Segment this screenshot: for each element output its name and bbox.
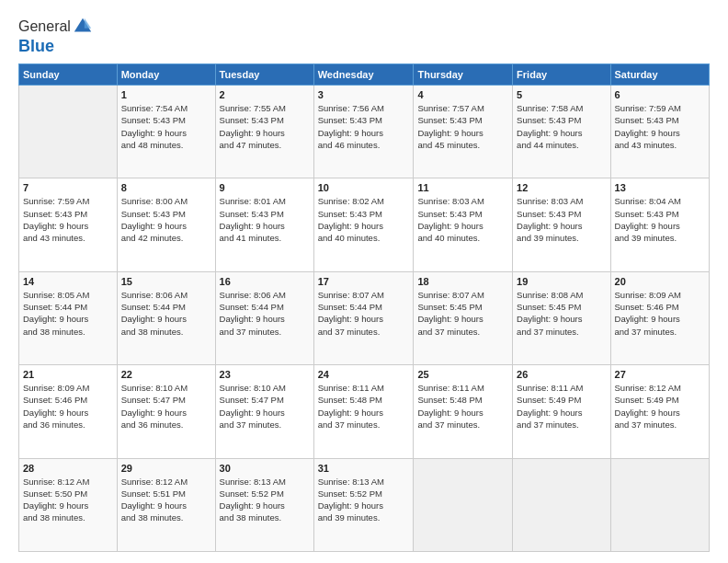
day-number: 12 (517, 182, 606, 193)
day-number: 22 (121, 369, 211, 380)
calendar-cell: 7Sunrise: 7:59 AM Sunset: 5:43 PM Daylig… (19, 178, 118, 271)
day-number: 27 (615, 369, 705, 380)
day-number: 6 (615, 89, 705, 100)
day-number: 29 (121, 463, 211, 474)
day-info: Sunrise: 8:12 AM Sunset: 5:50 PM Dayligh… (23, 476, 113, 524)
day-info: Sunrise: 8:07 AM Sunset: 5:44 PM Dayligh… (318, 289, 410, 338)
day-number: 24 (318, 369, 410, 380)
day-info: Sunrise: 8:10 AM Sunset: 5:47 PM Dayligh… (220, 382, 310, 431)
calendar-cell: 5Sunrise: 7:58 AM Sunset: 5:43 PM Daylig… (513, 86, 610, 178)
day-info: Sunrise: 8:00 AM Sunset: 5:43 PM Dayligh… (121, 195, 211, 244)
calendar-cell: 8Sunrise: 8:00 AM Sunset: 5:43 PM Daylig… (117, 178, 215, 271)
day-info: Sunrise: 7:57 AM Sunset: 5:43 PM Dayligh… (417, 102, 508, 151)
day-number: 3 (318, 89, 410, 100)
day-info: Sunrise: 8:11 AM Sunset: 5:48 PM Dayligh… (417, 382, 508, 431)
day-info: Sunrise: 8:10 AM Sunset: 5:47 PM Dayligh… (121, 382, 211, 431)
day-info: Sunrise: 8:13 AM Sunset: 5:52 PM Dayligh… (220, 476, 310, 524)
day-info: Sunrise: 8:01 AM Sunset: 5:43 PM Dayligh… (220, 195, 310, 244)
day-info: Sunrise: 7:59 AM Sunset: 5:43 PM Dayligh… (23, 195, 113, 244)
logo-blue-text: Blue (18, 37, 93, 56)
day-number: 8 (121, 182, 211, 193)
calendar-cell: 2Sunrise: 7:55 AM Sunset: 5:43 PM Daylig… (215, 86, 313, 178)
calendar-cell: 17Sunrise: 8:07 AM Sunset: 5:44 PM Dayli… (313, 271, 414, 364)
day-number: 25 (417, 369, 508, 380)
calendar-cell: 22Sunrise: 8:10 AM Sunset: 5:47 PM Dayli… (117, 365, 215, 458)
day-number: 2 (220, 89, 310, 100)
day-number: 30 (220, 463, 310, 474)
day-number: 31 (318, 463, 410, 474)
calendar-cell: 31Sunrise: 8:13 AM Sunset: 5:52 PM Dayli… (313, 458, 414, 551)
day-info: Sunrise: 8:13 AM Sunset: 5:52 PM Dayligh… (318, 476, 410, 524)
day-info: Sunrise: 8:09 AM Sunset: 5:46 PM Dayligh… (23, 382, 113, 431)
day-info: Sunrise: 8:05 AM Sunset: 5:44 PM Dayligh… (23, 289, 113, 338)
day-number: 5 (517, 89, 606, 100)
calendar-cell: 1Sunrise: 7:54 AM Sunset: 5:43 PM Daylig… (117, 86, 215, 178)
day-info: Sunrise: 7:59 AM Sunset: 5:43 PM Dayligh… (615, 102, 705, 151)
day-number: 9 (220, 182, 310, 193)
dow-tuesday: Tuesday (215, 64, 313, 86)
calendar-cell: 29Sunrise: 8:12 AM Sunset: 5:51 PM Dayli… (117, 458, 215, 551)
day-info: Sunrise: 8:12 AM Sunset: 5:49 PM Dayligh… (615, 382, 705, 431)
day-info: Sunrise: 8:03 AM Sunset: 5:43 PM Dayligh… (517, 195, 606, 244)
calendar-cell: 15Sunrise: 8:06 AM Sunset: 5:44 PM Dayli… (117, 271, 215, 364)
calendar-cell: 28Sunrise: 8:12 AM Sunset: 5:50 PM Dayli… (19, 458, 118, 551)
day-number: 28 (23, 463, 113, 474)
calendar-cell: 13Sunrise: 8:04 AM Sunset: 5:43 PM Dayli… (610, 178, 709, 271)
day-info: Sunrise: 8:11 AM Sunset: 5:49 PM Dayligh… (517, 382, 606, 431)
dow-wednesday: Wednesday (313, 64, 414, 86)
day-info: Sunrise: 8:07 AM Sunset: 5:45 PM Dayligh… (417, 289, 508, 338)
calendar-cell: 10Sunrise: 8:02 AM Sunset: 5:43 PM Dayli… (313, 178, 414, 271)
calendar-cell (414, 458, 513, 551)
calendar-cell (610, 458, 709, 551)
calendar-cell: 4Sunrise: 7:57 AM Sunset: 5:43 PM Daylig… (414, 86, 513, 178)
logo-general-text: General (18, 18, 71, 35)
calendar-cell: 3Sunrise: 7:56 AM Sunset: 5:43 PM Daylig… (313, 86, 414, 178)
day-number: 10 (318, 182, 410, 193)
day-info: Sunrise: 8:12 AM Sunset: 5:51 PM Dayligh… (121, 476, 211, 524)
day-info: Sunrise: 8:02 AM Sunset: 5:43 PM Dayligh… (318, 195, 410, 244)
day-info: Sunrise: 7:54 AM Sunset: 5:43 PM Dayligh… (121, 102, 211, 151)
day-number: 13 (615, 182, 705, 193)
day-info: Sunrise: 8:03 AM Sunset: 5:43 PM Dayligh… (417, 195, 508, 244)
day-number: 1 (121, 89, 211, 100)
day-info: Sunrise: 8:11 AM Sunset: 5:48 PM Dayligh… (318, 382, 410, 431)
day-number: 7 (23, 182, 113, 193)
calendar-cell: 20Sunrise: 8:09 AM Sunset: 5:46 PM Dayli… (610, 271, 709, 364)
page-header: General Blue (18, 17, 710, 56)
calendar-cell: 16Sunrise: 8:06 AM Sunset: 5:44 PM Dayli… (215, 271, 313, 364)
day-info: Sunrise: 7:58 AM Sunset: 5:43 PM Dayligh… (517, 102, 606, 151)
day-info: Sunrise: 8:08 AM Sunset: 5:45 PM Dayligh… (517, 289, 606, 338)
dow-monday: Monday (117, 64, 215, 86)
calendar-cell: 23Sunrise: 8:10 AM Sunset: 5:47 PM Dayli… (215, 365, 313, 458)
calendar-cell: 9Sunrise: 8:01 AM Sunset: 5:43 PM Daylig… (215, 178, 313, 271)
day-number: 14 (23, 276, 113, 287)
dow-saturday: Saturday (610, 64, 709, 86)
calendar-cell: 25Sunrise: 8:11 AM Sunset: 5:48 PM Dayli… (414, 365, 513, 458)
day-number: 20 (615, 276, 705, 287)
calendar-cell: 27Sunrise: 8:12 AM Sunset: 5:49 PM Dayli… (610, 365, 709, 458)
day-number: 15 (121, 276, 211, 287)
calendar-cell: 19Sunrise: 8:08 AM Sunset: 5:45 PM Dayli… (513, 271, 610, 364)
day-number: 17 (318, 276, 410, 287)
day-number: 16 (220, 276, 310, 287)
logo-icon (73, 17, 93, 37)
logo: General Blue (18, 17, 93, 56)
calendar-cell: 21Sunrise: 8:09 AM Sunset: 5:46 PM Dayli… (19, 365, 118, 458)
dow-friday: Friday (513, 64, 610, 86)
day-info: Sunrise: 8:06 AM Sunset: 5:44 PM Dayligh… (220, 289, 310, 338)
day-number: 11 (417, 182, 508, 193)
day-number: 19 (517, 276, 606, 287)
calendar-cell (19, 86, 118, 178)
day-number: 23 (220, 369, 310, 380)
day-info: Sunrise: 7:55 AM Sunset: 5:43 PM Dayligh… (220, 102, 310, 151)
calendar-cell (513, 458, 610, 551)
calendar-table: SundayMondayTuesdayWednesdayThursdayFrid… (18, 63, 710, 552)
calendar-cell: 11Sunrise: 8:03 AM Sunset: 5:43 PM Dayli… (414, 178, 513, 271)
day-info: Sunrise: 8:06 AM Sunset: 5:44 PM Dayligh… (121, 289, 211, 338)
day-info: Sunrise: 8:09 AM Sunset: 5:46 PM Dayligh… (615, 289, 705, 338)
day-number: 4 (417, 89, 508, 100)
dow-sunday: Sunday (19, 64, 118, 86)
calendar-cell: 14Sunrise: 8:05 AM Sunset: 5:44 PM Dayli… (19, 271, 118, 364)
dow-thursday: Thursday (414, 64, 513, 86)
day-number: 21 (23, 369, 113, 380)
